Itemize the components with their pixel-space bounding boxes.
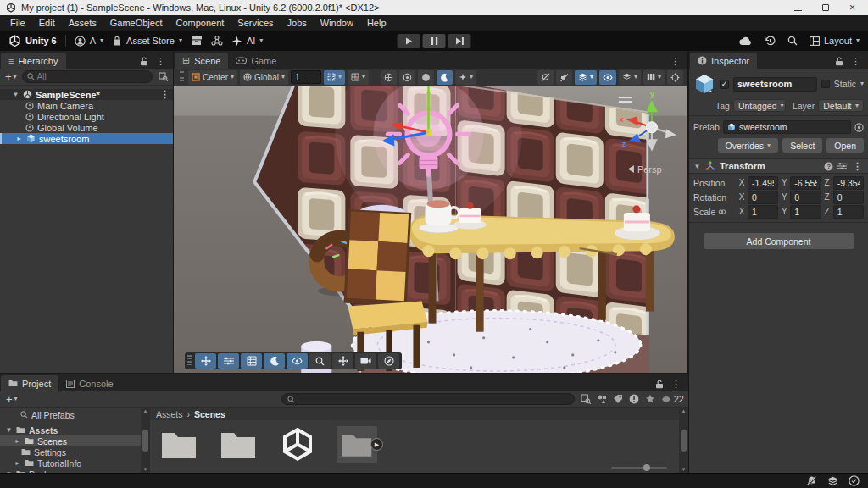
hierarchy-row-main-camera[interactable]: Main Camera xyxy=(0,100,173,111)
static-checkbox[interactable] xyxy=(821,80,830,88)
collapse-icon[interactable]: ▼ xyxy=(5,426,13,434)
link-icon[interactable] xyxy=(718,208,726,215)
hierarchy-row-directional-light[interactable]: Directional Light xyxy=(0,111,173,122)
position-x-input[interactable] xyxy=(752,178,774,188)
tree-all-prefabs[interactable]: All Prefabs xyxy=(0,409,141,420)
tree-packages[interactable]: ▼ Packages xyxy=(0,469,141,473)
scene-viewport[interactable]: y x z Persp xyxy=(174,86,687,373)
menu-services[interactable]: Services xyxy=(231,18,280,28)
grid-snap-overlay-button[interactable] xyxy=(241,353,262,369)
position-y-input[interactable] xyxy=(794,178,816,188)
search-window-icon[interactable] xyxy=(581,394,591,404)
move-tool-button[interactable] xyxy=(195,353,216,369)
history-icon[interactable] xyxy=(765,36,776,47)
menu-assets[interactable]: Assets xyxy=(62,18,103,28)
thumbnail-size-slider[interactable] xyxy=(150,463,679,473)
tab-hierarchy[interactable]: ≡ Hierarchy xyxy=(1,53,66,69)
camera-target-button[interactable] xyxy=(667,70,683,85)
play-badge-icon[interactable]: ▶ xyxy=(370,438,383,451)
prefab-object-field[interactable]: sweetsroom xyxy=(723,120,851,134)
project-create-button[interactable]: + ▾ xyxy=(4,393,19,406)
play-button[interactable] xyxy=(398,34,420,48)
snap-increment-input[interactable] xyxy=(291,70,321,84)
multiplayer-button[interactable] xyxy=(211,36,223,46)
menu-gameobject[interactable]: GameObject xyxy=(103,18,170,28)
tree-assets[interactable]: ▼ Assets xyxy=(0,424,141,435)
hidden-packages-toggle[interactable]: 22 xyxy=(661,394,684,404)
layout-dropdown[interactable]: Layout ▾ xyxy=(810,36,860,46)
search-overlay-button[interactable] xyxy=(309,353,331,369)
project-tree-scrollbar[interactable]: ▲▼ xyxy=(141,408,150,473)
position-z-input[interactable] xyxy=(837,178,860,188)
rotation-y-input[interactable] xyxy=(794,192,816,202)
menu-edit[interactable]: Edit xyxy=(32,18,62,28)
tab-scene[interactable]: ⊞ Scene xyxy=(175,53,228,69)
breadcrumb-current[interactable]: Scenes xyxy=(194,409,225,419)
prefab-thumbnail-icon[interactable] xyxy=(693,73,715,95)
scale-z-input[interactable] xyxy=(837,207,860,217)
panel-menu-icon[interactable]: ⋮ xyxy=(849,56,862,67)
pivot-mode-button[interactable]: Center ▾ xyxy=(188,70,237,85)
grid-snapping-button[interactable]: ▾ xyxy=(324,70,345,85)
asset-prefab-selected[interactable]: ▶ xyxy=(337,426,377,463)
tab-console[interactable]: Console xyxy=(58,375,120,391)
camera-overlay-button[interactable] xyxy=(355,353,376,369)
project-content-scrollbar[interactable]: ▲▼ xyxy=(679,408,688,473)
layout-columns-dropdown[interactable]: ▾ xyxy=(643,70,665,85)
component-menu-icon[interactable]: ⋮ xyxy=(851,161,864,172)
help-icon[interactable]: ? xyxy=(824,162,833,171)
maximize-button[interactable] xyxy=(822,4,829,11)
overlays-dropdown[interactable]: ▾ xyxy=(619,70,641,85)
expand-icon[interactable]: ▸ xyxy=(14,437,21,445)
lock-icon[interactable] xyxy=(140,57,148,66)
debug-draw-dropdown[interactable]: ▾ xyxy=(575,70,597,85)
collapse-icon[interactable]: ▼ xyxy=(12,91,19,98)
cache-layers-icon[interactable] xyxy=(827,476,838,486)
scene-camera-button[interactable] xyxy=(381,70,397,85)
favorites-star-icon[interactable] xyxy=(645,394,655,404)
hierarchy-row-scene[interactable]: ▼ SampleScene* ⋮ xyxy=(0,89,173,100)
toolbar-drag-handle[interactable] xyxy=(180,71,184,83)
scene-effects-dropdown[interactable]: ▾ xyxy=(455,70,476,85)
active-checkbox[interactable]: ✓ xyxy=(720,80,729,89)
overrides-dropdown[interactable]: Overrides ▾ xyxy=(718,138,779,152)
lock-icon[interactable] xyxy=(655,380,664,389)
overlay-drag-handle[interactable] xyxy=(187,355,192,367)
rotation-z-input[interactable] xyxy=(837,192,860,202)
tag-dropdown[interactable]: Untagged ▾ xyxy=(733,99,786,112)
status-ok-icon[interactable] xyxy=(849,475,860,486)
project-searchbox[interactable] xyxy=(281,393,575,405)
asset-store-button[interactable]: Asset Store ▾ xyxy=(112,36,182,47)
expand-icon[interactable]: ▸ xyxy=(14,459,21,467)
open-button[interactable]: Open xyxy=(826,138,864,152)
scale-x-input[interactable] xyxy=(752,207,774,217)
panel-menu-icon[interactable]: ⋮ xyxy=(669,56,682,67)
unity-version-button[interactable]: Unity 6 xyxy=(8,35,57,47)
tool-settings-button[interactable] xyxy=(218,353,239,369)
package-manager-button[interactable] xyxy=(191,36,203,46)
label-icon[interactable] xyxy=(613,394,623,404)
scene-audio-button[interactable] xyxy=(418,70,434,85)
scene-view-options-button[interactable] xyxy=(437,70,453,85)
menu-component[interactable]: Component xyxy=(169,18,231,28)
cloud-icon[interactable] xyxy=(739,36,753,46)
foldout-icon[interactable]: ▼ xyxy=(693,163,701,170)
view-options-overlay-button[interactable] xyxy=(264,353,285,369)
info-icon[interactable] xyxy=(629,394,639,404)
minimize-button[interactable] xyxy=(794,10,802,11)
collapse-icon[interactable]: ▼ xyxy=(5,470,13,473)
panel-menu-icon[interactable]: ⋮ xyxy=(154,56,167,67)
orientation-overlay-button[interactable] xyxy=(378,353,399,369)
tab-project[interactable]: Project xyxy=(1,375,58,391)
scale-y-input[interactable] xyxy=(794,207,816,217)
select-button[interactable]: Select xyxy=(782,138,822,152)
static-caret-icon[interactable]: ▾ xyxy=(860,80,864,87)
orientation-button[interactable]: Global ▾ xyxy=(240,70,288,85)
transform-component-header[interactable]: ▼ Transform ? ⋮ xyxy=(689,158,868,174)
panel-menu-icon[interactable]: ⋮ xyxy=(670,379,682,390)
visibility-overlay-button[interactable] xyxy=(287,353,308,369)
breadcrumb-root[interactable]: Assets xyxy=(156,409,183,419)
step-button[interactable] xyxy=(448,34,471,48)
hierarchy-filter-button[interactable] xyxy=(156,70,170,83)
ai-button[interactable]: AI ▾ xyxy=(231,36,263,47)
